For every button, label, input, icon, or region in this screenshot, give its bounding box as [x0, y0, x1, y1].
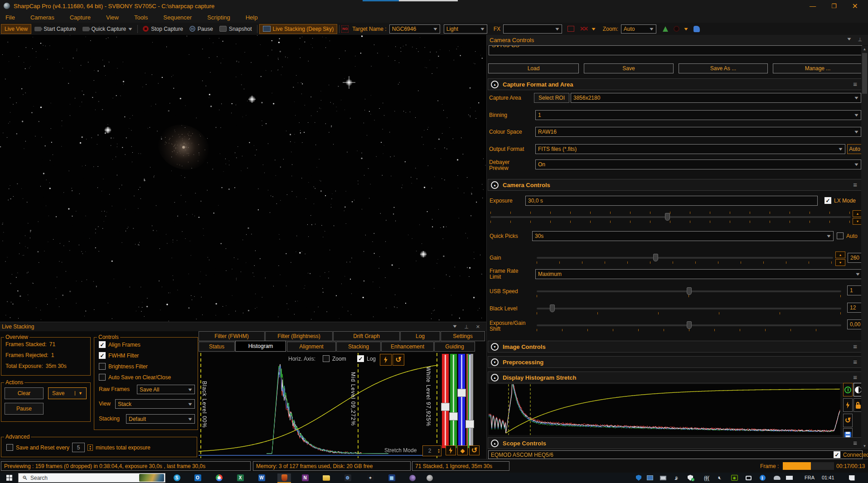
search-box[interactable]: 🔍︎ Search — [18, 473, 165, 483]
fx-select[interactable]: ▼ — [503, 24, 562, 34]
tab-enhancement[interactable]: Enhancement — [381, 342, 434, 352]
usb-speed-slider[interactable] — [537, 290, 841, 292]
tray-display-icon[interactable] — [658, 473, 668, 482]
save-button[interactable]: Save — [584, 63, 674, 73]
exposure-gain-shift-slider-handle[interactable] — [687, 321, 692, 329]
restore-button[interactable]: ❐ — [831, 3, 837, 10]
section-camera-controls[interactable]: ▲ Camera Controls ≡ — [488, 179, 862, 191]
tab-log[interactable]: Log — [400, 331, 440, 341]
menu-help[interactable]: Help — [244, 13, 260, 22]
collapse-icon[interactable]: ▲ — [491, 181, 499, 189]
panel-dropdown-icon[interactable]: ▼ — [452, 324, 458, 330]
save-reset-checkbox[interactable] — [6, 444, 13, 451]
collapse-icon[interactable]: ▲ — [491, 81, 499, 88]
taskbar-app-phd[interactable]: ▦ — [385, 473, 398, 482]
black-level-slider-handle[interactable] — [550, 304, 555, 312]
green-level-slider[interactable] — [450, 354, 457, 448]
profile-select[interactable]: SV705 CS — [489, 45, 862, 55]
tray-volume-muted-icon[interactable]: 🔇︎ — [715, 473, 725, 482]
red-level-slider[interactable] — [442, 354, 449, 448]
tray-language[interactable]: FRA — [805, 475, 815, 480]
section-image-controls[interactable]: ▼ Image Controls ≡ — [488, 341, 862, 353]
exposure-gain-shift-slider[interactable] — [537, 324, 841, 326]
tab-settings[interactable]: Settings — [441, 331, 485, 341]
tray-satellite-icon[interactable]: 📡︎ — [671, 473, 681, 482]
image-preview[interactable] — [0, 35, 486, 322]
black-level-slider[interactable] — [537, 308, 841, 309]
taskbar-app-chrome[interactable] — [212, 473, 226, 482]
load-button[interactable]: Load — [488, 63, 579, 73]
clear-button[interactable]: Clear — [5, 387, 44, 399]
black-level-line-label[interactable]: Black Level 00% — [201, 381, 208, 428]
gain-slider[interactable] — [537, 257, 833, 259]
stack-histogram[interactable] — [199, 353, 439, 458]
gain-spinner[interactable]: ▲▼ — [835, 251, 845, 266]
zoom-select[interactable]: Auto▼ — [621, 24, 656, 34]
debayer-select[interactable]: On▼ — [535, 159, 861, 169]
minutes-input[interactable]: 5 — [72, 443, 85, 452]
auto-save-checkbox[interactable] — [99, 374, 106, 381]
stretch-bolt-button[interactable] — [843, 398, 853, 412]
tab-filter-fwhm[interactable]: Filter (FWHM) — [199, 331, 265, 341]
tab-drift-graph[interactable]: Drift Graph — [333, 331, 400, 341]
menu-sequencer[interactable]: Sequencer — [161, 13, 194, 22]
pin-icon[interactable]: ⊥ — [858, 37, 862, 43]
collapse-icon[interactable]: ▲ — [491, 374, 499, 382]
scroll-down-icon[interactable]: ▼ — [861, 443, 868, 449]
white-level-slider[interactable] — [466, 354, 473, 448]
exposure-auto-checkbox[interactable] — [837, 232, 844, 239]
save-split-button[interactable]: Save▼ — [48, 387, 87, 399]
capture-area-select[interactable]: 3856x2180▼ — [571, 93, 861, 103]
minimize-button[interactable]: — — [810, 2, 816, 10]
exposure-slider[interactable] — [490, 216, 851, 218]
dock-dropdown-icon[interactable]: ▼ — [846, 37, 852, 43]
section-preprocessing[interactable]: ▼ Preprocessing ≡ — [488, 356, 862, 368]
taskbar-app-outlook[interactable]: O — [191, 473, 204, 482]
tray-antivirus-icon[interactable]: ✓ — [685, 473, 695, 482]
hand-tool-icon[interactable] — [693, 26, 700, 32]
target-name-select[interactable]: NGC6946▼ — [389, 24, 440, 34]
fwhm-filter-checkbox[interactable] — [99, 352, 106, 359]
colour-wheel-icon[interactable] — [674, 26, 679, 32]
tab-filter-brightness[interactable]: Filter (Brightness) — [265, 331, 333, 341]
taskbar-app-onenote[interactable]: N — [298, 473, 312, 482]
quick-picks-select[interactable]: 30s▼ — [532, 231, 834, 241]
mid-level-line-label[interactable]: Mid Level 09,272% — [350, 372, 356, 426]
taskbar-app-sharpcap-active[interactable] — [277, 473, 291, 483]
expand-icon[interactable]: ▼ — [491, 343, 499, 351]
output-format-auto-button[interactable]: Auto — [847, 144, 862, 154]
white-level-line-label[interactable]: White Level 97,925% — [425, 367, 432, 426]
horiz-zoom-checkbox[interactable] — [323, 355, 330, 362]
display-stretch-histogram[interactable] — [489, 384, 840, 435]
stop-capture-button[interactable]: Stop Capture — [140, 24, 186, 34]
roi-icon[interactable] — [567, 26, 574, 32]
menu-capture[interactable]: Capture — [68, 13, 92, 22]
section-scope-controls[interactable]: ▲ Scope Controls ≡ — [488, 437, 862, 449]
night-mode-icon[interactable] — [663, 26, 668, 32]
section-menu-icon[interactable]: ≡ — [853, 181, 857, 188]
tray-camera-icon[interactable] — [743, 473, 753, 482]
hist-reset-button[interactable]: ↺ — [393, 354, 404, 366]
pause-button[interactable]: Pause — [186, 24, 216, 34]
start-capture-button[interactable]: Start Capture — [31, 24, 79, 34]
tab-status[interactable]: Status — [199, 342, 235, 352]
taskbar-app-telescope[interactable]: ⌖ — [364, 473, 377, 482]
section-menu-icon[interactable]: ≡ — [853, 80, 857, 88]
start-button[interactable] — [0, 473, 18, 483]
tray-onedrive-icon[interactable] — [772, 473, 782, 482]
tray-battery-icon[interactable] — [784, 473, 794, 482]
raw-frames-select[interactable]: Save All▼ — [137, 385, 195, 394]
menu-cameras[interactable]: Cameras — [29, 13, 56, 22]
usb-speed-slider-handle[interactable] — [687, 287, 692, 295]
stack-star-button[interactable]: ◆ — [457, 445, 468, 455]
pause-stack-button[interactable]: Pause — [5, 403, 44, 415]
clear-roi-icon[interactable]: ✕✕ — [580, 25, 587, 32]
tray-wifi-icon[interactable]: ☆︎((( — [702, 473, 712, 482]
menu-file[interactable]: File — [4, 13, 17, 22]
output-format-select[interactable]: FITS files (*.fits)▼ — [535, 144, 845, 154]
chevron-down-icon[interactable]: ▼ — [683, 27, 689, 31]
live-view-button[interactable]: Live View — [1, 24, 31, 34]
scope-connected-checkbox[interactable] — [834, 451, 840, 458]
chevron-down-icon[interactable]: ▼ — [591, 27, 596, 31]
tab-stacking[interactable]: Stacking — [336, 342, 381, 352]
